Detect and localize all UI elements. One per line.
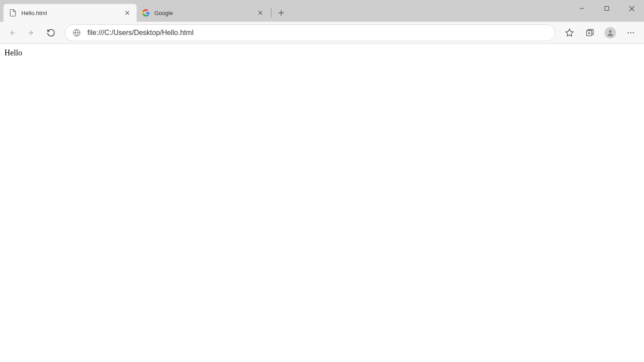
more-menu-button[interactable] (621, 24, 640, 42)
google-icon (142, 9, 150, 17)
svg-point-20 (630, 32, 632, 33)
url-input[interactable] (85, 29, 551, 37)
address-bar[interactable] (65, 24, 555, 41)
toolbar-right (560, 24, 641, 42)
tab-close-button[interactable] (256, 9, 264, 17)
collections-button[interactable] (580, 24, 600, 42)
close-window-button[interactable] (619, 0, 644, 17)
body-text: Hello (4, 48, 22, 57)
profile-button[interactable] (601, 24, 620, 42)
file-icon (9, 9, 17, 17)
maximize-button[interactable] (594, 0, 619, 17)
tab-divider (271, 8, 271, 18)
tab-title: Hello.html (21, 10, 123, 16)
window-controls (569, 0, 644, 17)
title-bar: Hello.html (0, 0, 644, 22)
tabs-area: Hello.html (0, 0, 644, 22)
browser-window: Hello.html (0, 0, 644, 362)
svg-point-21 (633, 32, 634, 33)
tab-google[interactable]: Google (137, 4, 270, 22)
new-tab-button[interactable] (275, 6, 288, 19)
tab-hello[interactable]: Hello.html (4, 4, 137, 22)
forward-button[interactable] (22, 24, 41, 42)
svg-point-19 (628, 32, 629, 33)
refresh-button[interactable] (42, 24, 60, 42)
tab-title: Google (154, 10, 256, 16)
back-button[interactable] (3, 24, 21, 42)
avatar-icon (605, 27, 616, 39)
site-info-button[interactable] (69, 26, 85, 39)
svg-marker-14 (566, 29, 573, 36)
svg-rect-7 (605, 7, 609, 11)
page-content: Hello (0, 44, 644, 362)
toolbar (0, 22, 644, 44)
svg-point-18 (609, 30, 612, 33)
tab-close-button[interactable] (123, 9, 131, 17)
minimize-button[interactable] (569, 0, 594, 17)
favorites-button[interactable] (560, 24, 579, 42)
